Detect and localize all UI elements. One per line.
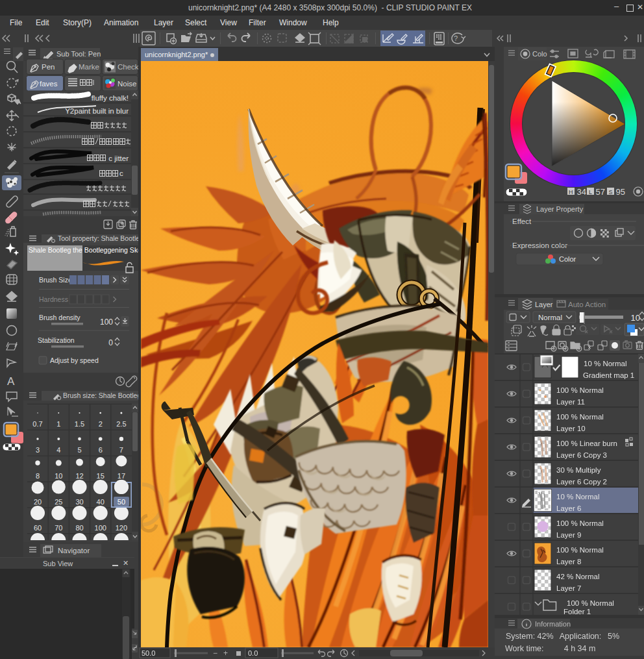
svg-text:2: 2 [99, 420, 103, 428]
svg-text:L: L [589, 189, 592, 195]
svg-text:Noise: Noise [118, 80, 136, 88]
svg-text:30: 30 [75, 498, 83, 506]
svg-text:Shale Bootleg the Bootleggenin: Shale Bootleg the Bootleggening Sketch [29, 246, 138, 254]
svg-text:Layer 10: Layer 10 [556, 425, 586, 432]
svg-text:Brush size: Shale Bootleg the: Brush size: Shale Bootleg the [63, 392, 138, 399]
svg-text:Layer 8: Layer 8 [556, 558, 581, 566]
svg-text:Stabilization: Stabilization [38, 336, 75, 344]
svg-text:120: 120 [116, 524, 127, 532]
svg-text:Layer Property: Layer Property [536, 205, 584, 213]
svg-text:Brush Size: Brush Size [39, 276, 72, 284]
svg-text:34: 34 [577, 187, 586, 197]
svg-text:Work time: 4 h 34 m: Work time: 4 h 34 m [505, 644, 595, 653]
svg-text:1: 1 [56, 420, 60, 428]
svg-text:Layer 9: Layer 9 [556, 531, 581, 539]
svg-text:Colo: Colo [532, 50, 547, 58]
svg-text:Layer 6 Copy 2: Layer 6 Copy 2 [556, 478, 607, 486]
svg-text:faves: faves [40, 80, 58, 88]
svg-text:0.7: 0.7 [32, 420, 42, 428]
svg-text:8: 8 [36, 472, 40, 480]
svg-text:Tool property: Shale Bootleg: Tool property: Shale Bootleg [58, 234, 138, 242]
svg-text:Layer 6: Layer 6 [556, 504, 581, 512]
svg-text:57: 57 [596, 187, 605, 197]
svg-text:15: 15 [97, 472, 105, 480]
svg-text:7: 7 [119, 446, 123, 454]
svg-text:c: c [119, 169, 123, 177]
svg-text:Auto Action: Auto Action [568, 301, 606, 308]
svg-text:Layer: Layer [535, 301, 553, 308]
svg-text:42 % Normal: 42 % Normal [556, 573, 599, 580]
svg-text:Color: Color [559, 255, 576, 263]
svg-text:Sub Tool: Pen: Sub Tool: Pen [56, 50, 101, 58]
svg-text:Gradient map 1: Gradient map 1 [583, 371, 634, 379]
svg-text:3: 3 [36, 446, 40, 454]
svg-text:System: 42% Application: 5%: System: 42% Application: 5% [506, 632, 619, 641]
svg-text:Normal: Normal [538, 314, 562, 321]
svg-text:100 % Linear burn: 100 % Linear burn [556, 440, 617, 447]
svg-text:H: H [569, 189, 573, 195]
svg-text:Layer 11: Layer 11 [556, 398, 585, 406]
svg-text:10: 10 [631, 313, 640, 323]
svg-text:Adjust by speed: Adjust by speed [50, 356, 99, 364]
svg-text:60: 60 [34, 524, 42, 532]
svg-text:Hardness: Hardness [39, 295, 68, 303]
svg-text:12: 12 [75, 472, 83, 480]
svg-text:4: 4 [56, 446, 60, 454]
svg-text:5: 5 [77, 446, 81, 454]
svg-text:Expression color: Expression color [512, 242, 567, 249]
svg-text:Folder 1: Folder 1 [564, 608, 591, 615]
svg-text:100 % Normal: 100 % Normal [556, 386, 604, 394]
svg-text:50.0: 50.0 [142, 649, 155, 657]
svg-text:95: 95 [616, 187, 625, 197]
svg-text:30 % Multiply: 30 % Multiply [556, 466, 601, 474]
svg-text:100 % Normal: 100 % Normal [556, 519, 604, 527]
svg-text:20: 20 [34, 498, 42, 506]
svg-text:100 % Normal: 100 % Normal [567, 599, 614, 607]
svg-text:70: 70 [55, 524, 62, 532]
svg-text:Information: Information [535, 620, 571, 628]
svg-text:−: − [213, 649, 217, 658]
svg-text:c jitter: c jitter [108, 155, 129, 162]
svg-text:50: 50 [118, 498, 125, 506]
svg-text:100 % Normal: 100 % Normal [556, 546, 604, 554]
svg-text:80: 80 [75, 524, 83, 532]
svg-text:10 % Normal: 10 % Normal [556, 493, 599, 501]
svg-text:0: 0 [108, 338, 113, 347]
svg-text:10: 10 [55, 472, 62, 480]
svg-text:Layer 6 Copy 3: Layer 6 Copy 3 [556, 451, 607, 459]
svg-text:25: 25 [55, 498, 62, 506]
svg-text:100: 100 [95, 524, 106, 532]
svg-text:?: ? [454, 34, 458, 42]
svg-text:0.0: 0.0 [248, 649, 258, 657]
svg-text:S: S [609, 189, 613, 195]
svg-text:Pen: Pen [42, 63, 55, 71]
svg-text:A: A [7, 375, 15, 388]
svg-text:100: 100 [100, 317, 113, 327]
svg-text:Navigator: Navigator [58, 547, 90, 554]
svg-text:1.5: 1.5 [75, 420, 84, 428]
svg-text:Effect: Effect [512, 218, 532, 225]
svg-text:Check: Check [118, 63, 138, 71]
svg-text:Y2paint built in blur: Y2paint built in blur [65, 107, 129, 115]
svg-text:6: 6 [99, 446, 103, 454]
svg-text:fluffy chalk!: fluffy chalk! [92, 94, 129, 102]
svg-text:40: 40 [97, 498, 105, 506]
svg-text:Layer 7: Layer 7 [556, 584, 581, 592]
svg-text:2.5: 2.5 [116, 420, 126, 428]
svg-text:Marke: Marke [79, 63, 99, 71]
svg-text:Brush density: Brush density [39, 314, 80, 321]
svg-text:10 % Normal: 10 % Normal [584, 360, 626, 367]
svg-text:+: + [223, 649, 228, 658]
svg-text:100 % Normal: 100 % Normal [556, 413, 604, 421]
svg-text:17: 17 [118, 472, 125, 480]
